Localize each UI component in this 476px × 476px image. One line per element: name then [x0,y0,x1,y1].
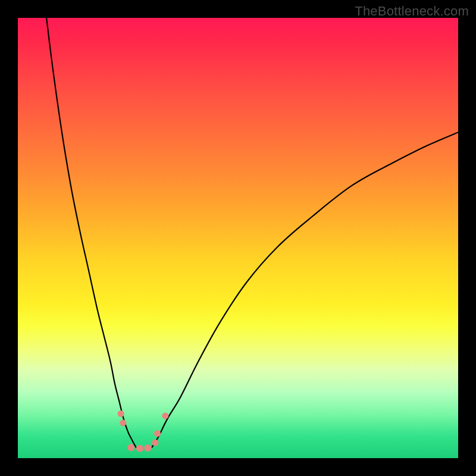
watermark-text: TheBottleneck.com [355,4,469,19]
data-point [162,412,168,419]
data-point [127,444,134,451]
data-point [118,411,124,417]
data-point [144,444,151,452]
plot-area [18,18,458,458]
data-point [152,440,158,446]
data-point [136,445,143,452]
data-point [120,419,126,426]
chart-svg [18,18,458,458]
chart-frame: TheBottleneck.com [0,0,476,476]
right-curve [152,132,458,447]
data-point [154,430,161,437]
left-curve [46,18,136,447]
